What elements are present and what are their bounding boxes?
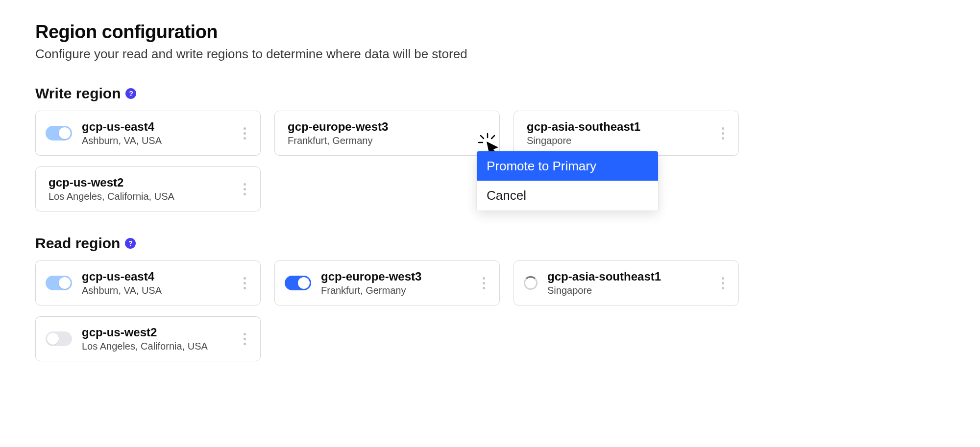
write-region-title: Write region [35, 85, 121, 102]
region-card: gcp-asia-southeast1 Singapore [514, 260, 739, 306]
region-name: gcp-asia-southeast1 [547, 270, 716, 284]
read-region-title: Read region [35, 235, 120, 252]
more-icon[interactable] [716, 123, 730, 143]
region-card: gcp-us-west2 Los Angeles, California, US… [35, 166, 261, 212]
menu-item-promote[interactable]: Promote to Primary [477, 151, 658, 181]
page-title: Region configuration [35, 22, 945, 43]
help-icon[interactable]: ? [125, 88, 136, 99]
region-card: gcp-us-west2 Los Angeles, California, US… [35, 316, 261, 361]
more-icon[interactable] [238, 329, 251, 349]
more-icon[interactable] [238, 179, 251, 199]
region-location: Singapore [547, 285, 716, 296]
more-icon[interactable] [238, 123, 251, 143]
help-icon[interactable]: ? [125, 238, 136, 249]
write-region-grid: gcp-us-east4 Ashburn, VA, USA gcp-europe… [35, 111, 945, 212]
region-card: gcp-asia-southeast1 Singapore [514, 111, 739, 156]
more-icon[interactable] [477, 273, 490, 293]
read-region-grid: gcp-us-east4 Ashburn, VA, USA gcp-europe… [35, 260, 945, 361]
region-toggle[interactable] [46, 126, 72, 141]
region-name: gcp-us-east4 [82, 270, 238, 284]
region-name: gcp-europe-west3 [321, 270, 477, 284]
region-name: gcp-us-west2 [49, 176, 238, 190]
region-name: gcp-asia-southeast1 [527, 120, 716, 134]
menu-item-cancel[interactable]: Cancel [477, 181, 658, 210]
region-name: gcp-europe-west3 [288, 120, 490, 134]
region-location: Singapore [527, 135, 716, 146]
region-toggle[interactable] [46, 276, 72, 290]
region-card: gcp-us-east4 Ashburn, VA, USA [35, 260, 261, 306]
region-name: gcp-us-west2 [82, 326, 238, 340]
region-location: Frankfurt, Germany [321, 285, 477, 296]
region-toggle[interactable] [46, 331, 72, 346]
region-card: gcp-europe-west3 Frankfurt, Germany [274, 260, 500, 306]
loading-spinner-icon [524, 276, 538, 290]
region-name: gcp-us-east4 [82, 120, 238, 134]
region-location: Los Angeles, California, USA [82, 341, 238, 352]
read-region-section: Read region ? gcp-us-east4 Ashburn, VA, … [35, 235, 945, 361]
region-card: gcp-europe-west3 Frankfurt, Germany Prom… [274, 111, 500, 156]
more-icon[interactable] [716, 273, 730, 293]
region-toggle[interactable] [285, 276, 311, 290]
region-location: Ashburn, VA, USA [82, 285, 238, 296]
write-region-section: Write region ? gcp-us-east4 Ashburn, VA,… [35, 85, 945, 212]
context-menu: Promote to Primary Cancel [477, 151, 658, 211]
region-location: Los Angeles, California, USA [49, 191, 238, 202]
more-icon[interactable] [238, 273, 251, 293]
svg-line-3 [491, 136, 494, 139]
region-card: gcp-us-east4 Ashburn, VA, USA [35, 111, 261, 156]
region-location: Ashburn, VA, USA [82, 135, 238, 146]
region-location: Frankfurt, Germany [288, 135, 490, 146]
page-subtitle: Configure your read and write regions to… [35, 47, 945, 62]
